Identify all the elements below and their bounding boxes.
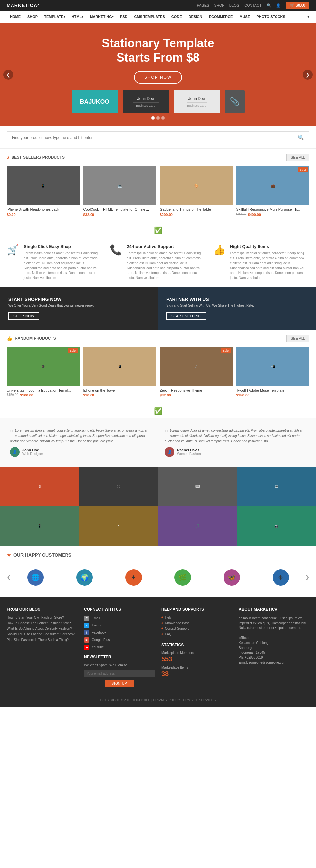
customer-logo-4: 🌿 — [171, 567, 194, 587]
testimonial-2-text: Lorem ipsum dolor sit amet, consectetur … — [165, 428, 306, 444]
footer-help-link-1[interactable]: Help — [161, 616, 232, 619]
footer-help-link-3[interactable]: Contact Support — [161, 627, 232, 630]
sale-badge-r3: Sale! — [221, 348, 231, 353]
nav-muse[interactable]: MUSE — [236, 10, 253, 23]
footer-about-text: ec mollis lorem consequat. Fusce ipsum e… — [239, 616, 309, 665]
random-product-3[interactable]: Sale! 🖨 Zero – Responsive Theme $32.00 — [160, 347, 233, 397]
banner-shop-text: We Offer You a Very Good Deals that you … — [8, 304, 150, 307]
best-seller-1-image: 📱 — [7, 166, 80, 205]
footer-blog-link-1[interactable]: How To Start Your Own Fashion Store? — [7, 616, 77, 619]
hero-prev-button[interactable]: ❮ — [3, 70, 13, 80]
feature-2-text: Lorem ipsum dolor sit amet, consectetur … — [127, 251, 206, 280]
feature-1-title: Single Click Easy Shop — [24, 244, 103, 249]
stat-2-label: Marketplace Items — [161, 665, 232, 669]
banners-section: START SHOPPING NOW We Offer You a Very G… — [0, 287, 316, 330]
footer-blog: FROM OUR BLOG How To Start Your Own Fash… — [7, 607, 77, 687]
hero-shop-now-button[interactable]: SHOP NOW — [134, 71, 182, 84]
footer-help-link-4[interactable]: FAQ — [161, 632, 232, 636]
footer-blog-link-5[interactable]: Plus Size Fashion: Is There Such a Thing… — [7, 638, 77, 642]
nav-more[interactable]: ▾ — [308, 14, 309, 19]
features-section: 🛒 Single Click Easy Shop Lorem ipsum dol… — [0, 238, 316, 287]
nav-design[interactable]: DESIGN — [185, 10, 206, 23]
logo: MARKETICA4 — [7, 3, 40, 8]
random-product-3-image: Sale! 🖨 — [160, 347, 233, 386]
feature-3-icon: 👍 — [213, 244, 225, 280]
nav-photostocks[interactable]: PHOTO STOCKS — [253, 10, 289, 23]
random-product-4[interactable]: 📲 Twodf | Adobe Muse Template $150.00 — [236, 347, 310, 397]
newsletter-input[interactable] — [84, 670, 155, 677]
newsletter-signup-button[interactable]: SIGN UP — [105, 680, 134, 687]
footer-blog-link-4[interactable]: Should You Use Fashion Consultant Servic… — [7, 632, 77, 636]
best-seller-4-name: Skillful | Responsive Multi-Purpose Th..… — [236, 207, 310, 212]
twitter-icon: T — [84, 623, 89, 628]
feature-3-title: Hight Quality Items — [230, 244, 309, 249]
nav-ecommerce[interactable]: ECOMMERCE — [206, 10, 236, 23]
best-sellers-title: BEST SELLERS PRODUCTS — [7, 155, 64, 160]
search-icon[interactable]: 🔍 — [297, 134, 304, 141]
best-seller-3[interactable]: 🎨 Gadget and Things on the Table $200.00 — [160, 166, 233, 216]
banner-partner: PARTNER WITH US Sign and Start Selling W… — [158, 287, 316, 330]
nav-cms[interactable]: CMS TEMPLATES — [131, 10, 168, 23]
pages-link[interactable]: PAGES — [197, 3, 209, 7]
nav-shop[interactable]: SHOP — [24, 10, 41, 23]
random-product-4-name: Twodf | Adobe Muse Template — [236, 388, 310, 393]
gallery-7: 🎵 — [158, 506, 237, 546]
cart-button[interactable]: 🛒 $0.00 — [286, 2, 309, 9]
testimonial-1-role: Web Designer — [22, 452, 43, 456]
random-product-2[interactable]: 📱 Iphone on the Towel $10.00 — [83, 347, 157, 397]
testimonial-1-name: John Doe — [22, 448, 43, 452]
random-product-1[interactable]: Sale! 🎓 Universitas – Joomla Education T… — [7, 347, 80, 397]
customers-prev[interactable]: ❮ — [7, 574, 11, 581]
copyright-text: COPYRIGHT © 2015 TOKOKNEE | PRIVACY POLI… — [100, 698, 216, 702]
best-seller-1[interactable]: 📱 iPhone 3i with Headphones Jack $0.00 — [7, 166, 80, 216]
footer-blog-link-2[interactable]: How To Choose The Perfect Fashion Store? — [7, 621, 77, 625]
twitter-label: Twitter — [92, 623, 102, 627]
blog-link[interactable]: BLOG — [229, 3, 240, 7]
testimonial-2: " Lorem ipsum dolor sit amet, consectetu… — [161, 425, 309, 460]
footer-google-link[interactable]: G+ Google Plus — [84, 637, 155, 643]
shop-link[interactable]: SHOP — [214, 3, 225, 7]
nav-marketing[interactable]: MARKETING — [87, 10, 117, 23]
feature-2-icon: 📞 — [110, 244, 122, 280]
banner-shop-button[interactable]: SHOP NOW — [8, 312, 39, 320]
customer-logo-1: 🌐 — [24, 567, 47, 587]
sale-badge-r1: Sale! — [68, 348, 78, 353]
best-seller-3-image: 🎨 — [160, 166, 233, 205]
best-seller-2[interactable]: 💻 CoolCook – HTML Template for Online ..… — [83, 166, 157, 216]
hero-next-button[interactable]: ❯ — [303, 70, 313, 80]
best-seller-4[interactable]: Sale! 💼 Skillful | Responsive Multi-Purp… — [236, 166, 310, 216]
footer-email-link[interactable]: E Email — [84, 616, 155, 621]
best-seller-4-old-price: $90.00 — [236, 212, 247, 216]
nav-code[interactable]: CODE — [168, 10, 185, 23]
stat-1-value: 553 — [161, 655, 232, 663]
user-icon-top[interactable]: 👤 — [276, 3, 281, 7]
footer-help-link-2[interactable]: Knowledge Base — [161, 621, 232, 625]
best-sellers-see-all[interactable]: SEE ALL — [286, 154, 309, 161]
nav-template[interactable]: TEMPLATE — [41, 10, 68, 23]
footer-stats-title: STATISTICS — [161, 643, 232, 647]
banner-shop-title: START SHOPPING NOW — [8, 297, 150, 302]
customer-logo-5: 🦋 — [220, 567, 243, 587]
search-input[interactable] — [12, 135, 297, 140]
feature-1-text: Lorem ipsum dolor sit amet, consectetur … — [24, 251, 103, 280]
banner-partner-button[interactable]: START SELLING — [166, 312, 206, 320]
nav-html[interactable]: HTML — [68, 10, 87, 23]
contact-link[interactable]: CONTACT — [244, 3, 261, 7]
hero-dot-1[interactable] — [151, 117, 155, 120]
hero-dot-3[interactable] — [161, 117, 165, 120]
customers-next[interactable]: ❯ — [305, 574, 309, 581]
hero-dot-2[interactable] — [156, 117, 160, 120]
footer-twitter-link[interactable]: T Twitter — [84, 623, 155, 628]
best-seller-2-image: 💻 — [83, 166, 157, 205]
footer-youtube-link[interactable]: ▶ Youtube — [84, 645, 155, 650]
search-icon-top[interactable]: 🔍 — [267, 3, 271, 7]
hero-section: ❮ Stationary TemplateStarts From $8 SHOP… — [0, 23, 316, 126]
nav-psd[interactable]: PSD — [117, 10, 131, 23]
footer-blog-link-3[interactable]: What Is So Alluring About Celebrity Fash… — [7, 627, 77, 630]
footer-facebook-link[interactable]: f Facebook — [84, 630, 155, 636]
nav-home[interactable]: HOME — [7, 10, 24, 23]
testimonials-section: " Lorem ipsum dolor sit amet, consectetu… — [0, 418, 316, 467]
quote-mark-1: " — [10, 428, 13, 438]
best-sellers-grid: 📱 iPhone 3i with Headphones Jack $0.00 💻… — [0, 166, 316, 223]
random-products-see-all[interactable]: SEE ALL — [286, 335, 309, 342]
